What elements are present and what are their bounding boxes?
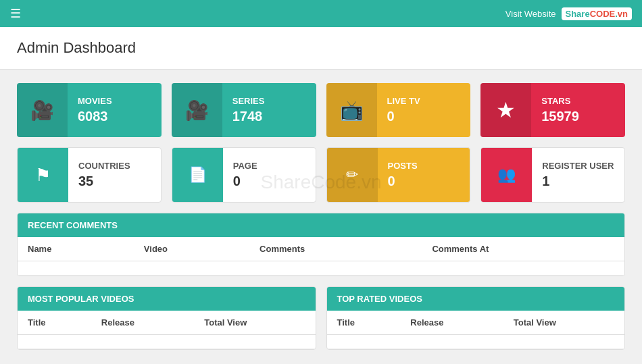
- stars-icon: ★: [480, 83, 531, 137]
- logo-code: CODE: [590, 9, 616, 19]
- recent-comments-table-wrapper: Name Video Comments Comments At: [18, 237, 624, 276]
- top-rated-table-wrapper: Title Release Total View: [327, 311, 625, 349]
- top-rated-section: TOP RATED VIDEOS Title Release Total Vie…: [326, 286, 626, 350]
- series-info: SERIES 1748: [222, 89, 275, 131]
- top-rated-header: TOP RATED VIDEOS: [327, 287, 625, 311]
- stats-row-2: ⚑ COUNTRIES 35 📄 PAGE 0 ✏ POSTS 0 👥: [17, 147, 625, 203]
- main-content: 🎥 MOVIES 6083 🎥 SERIES 1748 📺 LIVE TV 0 …: [0, 70, 642, 363]
- most-popular-table-wrapper: Title Release Total View: [18, 311, 316, 349]
- logo-share: Share: [566, 9, 590, 19]
- countries-info: COUNTRIES 35: [68, 154, 141, 196]
- col-total-view: Total View: [503, 311, 624, 335]
- top-rated-table: Title Release Total View: [327, 311, 625, 349]
- col-video: Video: [134, 237, 249, 261]
- stars-info: STARS 15979: [531, 89, 589, 131]
- series-icon: 🎥: [172, 83, 222, 137]
- top-rated-header-row: Title Release Total View: [327, 311, 625, 335]
- countries-label: COUNTRIES: [78, 161, 130, 171]
- col-comments: Comments: [249, 237, 422, 261]
- recent-comments-header: RECENT COMMENTS: [18, 213, 624, 237]
- topnav-right: Visit Website ShareCODE.vn: [505, 7, 632, 20]
- posts-icon: ✏: [327, 148, 378, 202]
- countries-value: 35: [78, 174, 130, 189]
- page-value: 0: [233, 174, 257, 189]
- movies-value: 6083: [78, 109, 112, 124]
- table-row: [18, 335, 316, 349]
- bottom-panels: MOST POPULAR VIDEOS Title Release Total …: [17, 286, 625, 350]
- register-value: 1: [542, 174, 614, 189]
- stats-row-1: 🎥 MOVIES 6083 🎥 SERIES 1748 📺 LIVE TV 0 …: [17, 83, 625, 137]
- page-info: PAGE 0: [223, 154, 268, 196]
- table-row: [18, 261, 624, 276]
- livetv-label: LIVE TV: [387, 96, 420, 106]
- most-popular-section: MOST POPULAR VIDEOS Title Release Total …: [17, 286, 316, 350]
- page-label: PAGE: [233, 161, 257, 171]
- series-value: 1748: [232, 109, 265, 124]
- stars-value: 15979: [541, 109, 579, 124]
- posts-value: 0: [388, 174, 418, 189]
- page-title: Admin Dashboard: [17, 39, 625, 57]
- menu-toggle-button[interactable]: ☰: [10, 6, 21, 21]
- countries-icon: ⚑: [18, 148, 68, 202]
- movies-label: MOVIES: [78, 96, 112, 106]
- movies-card[interactable]: 🎥 MOVIES 6083: [17, 83, 162, 137]
- posts-card[interactable]: ✏ POSTS 0: [326, 147, 471, 203]
- register-icon: 👥: [481, 148, 532, 202]
- page-icon: 📄: [172, 148, 223, 202]
- logo-vn: vn: [618, 9, 628, 19]
- livetv-info: LIVE TV 0: [377, 89, 430, 131]
- logo-badge: ShareCODE.vn: [562, 7, 633, 20]
- recent-comments-table: Name Video Comments Comments At: [18, 237, 624, 276]
- top-navigation: ☰ Visit Website ShareCODE.vn: [0, 0, 642, 27]
- table-row: [327, 335, 625, 349]
- livetv-card[interactable]: 📺 LIVE TV 0: [326, 83, 471, 137]
- col-release: Release: [91, 311, 194, 335]
- visit-website-text: Visit Website: [505, 9, 556, 19]
- col-total-view: Total View: [194, 311, 315, 335]
- col-release: Release: [400, 311, 503, 335]
- most-popular-header-row: Title Release Total View: [18, 311, 316, 335]
- recent-comments-header-row: Name Video Comments Comments At: [18, 237, 624, 261]
- series-label: SERIES: [232, 96, 265, 106]
- countries-card[interactable]: ⚑ COUNTRIES 35: [17, 147, 162, 203]
- page-card[interactable]: 📄 PAGE 0: [172, 147, 316, 203]
- most-popular-table: Title Release Total View: [18, 311, 316, 349]
- livetv-icon: 📺: [326, 83, 377, 137]
- col-title: Title: [327, 311, 401, 335]
- col-comments-at: Comments At: [422, 237, 624, 261]
- stars-label: STARS: [541, 96, 579, 106]
- page-header: Admin Dashboard: [0, 27, 642, 70]
- livetv-value: 0: [387, 109, 420, 124]
- most-popular-header: MOST POPULAR VIDEOS: [18, 287, 316, 311]
- col-title: Title: [18, 311, 91, 335]
- col-name: Name: [18, 237, 134, 261]
- posts-info: POSTS 0: [378, 154, 428, 196]
- series-card[interactable]: 🎥 SERIES 1748: [172, 83, 316, 137]
- stars-card[interactable]: ★ STARS 15979: [480, 83, 625, 137]
- register-label: REGISTER USER: [542, 161, 614, 171]
- posts-label: POSTS: [388, 161, 418, 171]
- movies-info: MOVIES 6083: [68, 89, 122, 131]
- register-card[interactable]: 👥 REGISTER USER 1: [480, 147, 625, 203]
- movies-icon: 🎥: [17, 83, 68, 137]
- register-info: REGISTER USER 1: [532, 154, 624, 196]
- recent-comments-section: RECENT COMMENTS Name Video Comments Comm…: [17, 213, 625, 276]
